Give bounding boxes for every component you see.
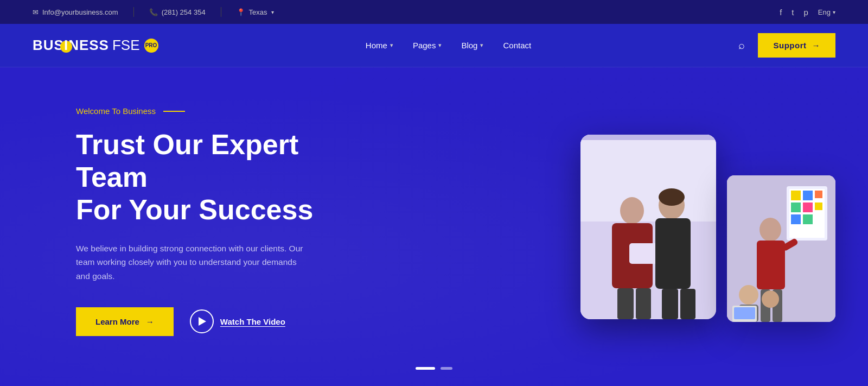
language-selector[interactable]: Eng ▾	[818, 8, 835, 16]
hero-content: Welcome To Business Trust Our Expert Tea…	[76, 106, 347, 336]
svg-rect-7	[655, 218, 691, 289]
divider-1	[133, 7, 134, 17]
hero-description: We believe in building strong connection…	[76, 242, 304, 283]
logo-fse-text: FSE	[112, 37, 140, 54]
hero-welcome-line	[163, 111, 185, 112]
email-address: Info@yourbusiness.com	[42, 8, 118, 16]
top-bar-left: ✉ Info@yourbusiness.com 📞 (281) 254 354 …	[33, 7, 274, 17]
hero-images	[580, 84, 835, 370]
logo-main-text: BUS I NESS	[33, 37, 109, 54]
hero-actions: Learn More → Watch The Video	[76, 307, 347, 336]
hero-title: Trust Our Expert Team For Your Success	[76, 129, 347, 226]
location-icon: 📍	[237, 8, 245, 16]
svg-point-30	[739, 285, 758, 305]
pinterest-icon[interactable]: p	[804, 8, 808, 17]
hero-image-main-svg	[580, 135, 716, 319]
search-button[interactable]: ⌕	[738, 39, 745, 52]
svg-rect-9	[617, 288, 634, 319]
play-circle-icon	[190, 309, 214, 333]
svg-rect-11	[662, 289, 678, 319]
nav-contact-label: Contact	[503, 41, 531, 50]
learn-more-button[interactable]: Learn More →	[76, 307, 174, 336]
twitter-icon[interactable]: t	[792, 8, 794, 17]
slider-dot-1[interactable]	[416, 367, 435, 370]
nav-blog-label: Blog	[461, 41, 477, 50]
top-bar-right: f t p Eng ▾	[780, 8, 835, 17]
language-label: Eng	[818, 8, 831, 16]
header-right: ⌕ Support →	[738, 33, 835, 58]
svg-point-8	[659, 188, 685, 206]
nav-home-chevron: ▾	[390, 42, 393, 49]
watch-video-button[interactable]: Watch The Video	[190, 309, 285, 333]
svg-rect-26	[757, 241, 785, 289]
hero-title-line2: For Your Success	[76, 194, 313, 225]
search-icon: ⌕	[738, 39, 745, 51]
email-icon: ✉	[33, 8, 39, 16]
nav-home-label: Home	[366, 41, 387, 50]
nav-pages-chevron: ▾	[438, 42, 442, 49]
facebook-icon[interactable]: f	[780, 8, 782, 17]
play-triangle	[199, 317, 206, 326]
hero-image-secondary	[727, 175, 835, 322]
slider-dot-2[interactable]	[441, 367, 452, 370]
svg-rect-10	[636, 288, 651, 319]
svg-rect-19	[815, 191, 822, 198]
nav-contact[interactable]: Contact	[503, 41, 531, 50]
location-item[interactable]: 📍 Texas ▾	[237, 8, 274, 16]
svg-rect-34	[734, 307, 755, 319]
svg-point-25	[760, 218, 781, 242]
logo[interactable]: BUS I NESS FSE PRO	[33, 37, 158, 54]
main-nav: Home ▾ Pages ▾ Blog ▾ Contact	[366, 41, 531, 50]
learn-more-label: Learn More	[95, 317, 139, 326]
hero-title-line1: Trust Our Expert Team	[76, 129, 298, 193]
support-arrow: →	[812, 41, 820, 50]
hero-welcome-text: Welcome To Business	[76, 106, 156, 116]
slider-dots	[416, 367, 452, 370]
location-chevron: ▾	[271, 9, 274, 15]
hero-welcome: Welcome To Business	[76, 106, 347, 116]
nav-pages-label: Pages	[413, 41, 436, 50]
svg-point-32	[762, 290, 779, 308]
support-label: Support	[773, 41, 806, 50]
logo-pro-badge: PRO	[144, 39, 158, 53]
phone-item: 📞 (281) 254 354	[149, 8, 206, 16]
svg-rect-20	[791, 203, 801, 212]
hero-image-secondary-svg	[727, 175, 835, 322]
nav-blog[interactable]: Blog ▾	[461, 41, 483, 50]
svg-rect-5	[629, 243, 659, 264]
nav-home[interactable]: Home ▾	[366, 41, 393, 50]
support-button[interactable]: Support →	[758, 33, 835, 58]
learn-more-arrow: →	[146, 317, 154, 326]
nav-blog-chevron: ▾	[480, 42, 483, 49]
svg-rect-2	[580, 135, 716, 140]
svg-rect-23	[791, 214, 801, 224]
hero-image-main	[580, 135, 716, 319]
phone-icon: 📞	[149, 8, 158, 16]
phone-number: (281) 254 354	[162, 8, 206, 16]
location-label: Texas	[249, 8, 267, 16]
lang-chevron: ▾	[833, 9, 835, 15]
svg-rect-17	[791, 191, 801, 200]
top-bar: ✉ Info@yourbusiness.com 📞 (281) 254 354 …	[0, 0, 868, 24]
email-item: ✉ Info@yourbusiness.com	[33, 8, 118, 16]
header: BUS I NESS FSE PRO Home ▾ Pages ▾ Blog ▾…	[0, 24, 868, 67]
svg-rect-18	[803, 191, 813, 200]
svg-rect-24	[803, 214, 813, 224]
divider-2	[221, 7, 221, 17]
nav-pages[interactable]: Pages ▾	[413, 41, 442, 50]
hero-section: Welcome To Business Trust Our Expert Tea…	[0, 67, 868, 386]
svg-rect-12	[680, 289, 695, 319]
svg-rect-1	[580, 135, 716, 222]
svg-point-3	[620, 197, 644, 224]
watch-video-label: Watch The Video	[220, 317, 285, 326]
svg-rect-22	[815, 203, 822, 210]
svg-rect-21	[803, 203, 813, 212]
